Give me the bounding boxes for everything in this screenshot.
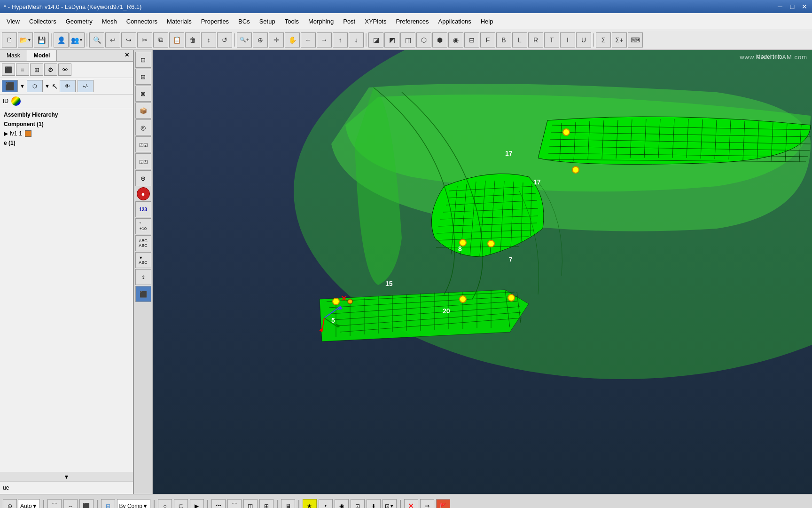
- toolbar-sum[interactable]: Σ: [596, 32, 611, 48]
- toolbar-save[interactable]: 💾: [34, 32, 49, 48]
- toolbar-rotate[interactable]: ↺: [217, 32, 232, 48]
- toolbar-move[interactable]: ↕: [201, 32, 216, 48]
- bt-group-btn[interactable]: ⊡▼: [383, 499, 397, 508]
- bt-comp[interactable]: ⊡: [351, 499, 365, 508]
- menu-applications[interactable]: Applications: [434, 13, 476, 30]
- toolbar-select[interactable]: 🔍: [89, 32, 104, 48]
- menu-connectors[interactable]: Connectors: [122, 13, 162, 30]
- bt-arrow3[interactable]: ⇒: [420, 499, 434, 508]
- bt-cube2[interactable]: ⬡: [174, 499, 188, 508]
- bt-dot2[interactable]: ◉: [335, 499, 349, 508]
- node-5[interactable]: [460, 296, 466, 302]
- toolbar-redo[interactable]: ↪: [121, 32, 136, 48]
- toolbar-view-left[interactable]: L: [512, 32, 527, 48]
- by-comp-icon[interactable]: ⊟: [101, 499, 115, 508]
- tree-item-lv1[interactable]: ▶ lv1 1: [2, 129, 131, 138]
- menu-help[interactable]: Help: [476, 13, 498, 30]
- toolbar-left[interactable]: ←: [301, 32, 316, 48]
- toolbar-export[interactable]: 👥▼: [70, 32, 85, 48]
- toolbar-cut[interactable]: ✂: [137, 32, 152, 48]
- sidebar-icon-check[interactable]: ⊠: [135, 86, 151, 102]
- sidebar-icon-active[interactable]: ⬛: [135, 286, 151, 302]
- bt-sphere[interactable]: ○: [158, 499, 172, 508]
- tab-mask[interactable]: Mask: [0, 50, 27, 61]
- tab-model[interactable]: Model: [27, 50, 57, 61]
- view-btn-select[interactable]: ⬡: [27, 80, 43, 92]
- sidebar-icon-view1[interactable]: ◰◱: [135, 136, 151, 152]
- viewport-3d[interactable]: 17 17 15 8 7 20 5 ✕: [153, 50, 812, 494]
- panel-tb-tree[interactable]: ⊞: [30, 64, 43, 76]
- sidebar-icon-arrows[interactable]: ⇕: [135, 269, 151, 285]
- toolbar-zoom-all[interactable]: ⊕: [253, 32, 268, 48]
- auto-icon[interactable]: ⊙: [3, 499, 17, 508]
- toolbar-up[interactable]: ↑: [333, 32, 348, 48]
- color-wheel[interactable]: [11, 96, 21, 106]
- node-6[interactable]: [563, 129, 570, 135]
- node-1[interactable]: [333, 298, 339, 305]
- bt-arrow[interactable]: ▶: [190, 499, 204, 508]
- menu-xyplots[interactable]: XYPlots: [360, 13, 391, 30]
- toolbar-view-front[interactable]: F: [480, 32, 495, 48]
- menu-mesh[interactable]: Mesh: [97, 13, 122, 30]
- toolbar-new[interactable]: 🗋: [2, 32, 17, 48]
- toolbar-view-right[interactable]: R: [528, 32, 543, 48]
- menu-collectors[interactable]: Collectors: [24, 13, 61, 30]
- view-btn-cube[interactable]: ⬛: [2, 80, 18, 92]
- toolbar-open[interactable]: 📂▼: [18, 32, 33, 48]
- viewport[interactable]: www.BANDICAM.com Model Info:: [153, 50, 812, 494]
- sidebar-icon-123[interactable]: 123: [135, 201, 151, 217]
- sidebar-icon-mesh[interactable]: ⊞: [135, 69, 151, 85]
- sidebar-icon-abc2[interactable]: ▼ABC: [135, 252, 151, 268]
- toolbar-view-back[interactable]: B: [496, 32, 511, 48]
- bt-surface2[interactable]: ⌣: [63, 499, 78, 508]
- toolbar-view-user[interactable]: U: [576, 32, 591, 48]
- panel-tb-cube[interactable]: ⬛: [2, 64, 15, 76]
- node-4[interactable]: [508, 294, 515, 301]
- toolbar-shade2[interactable]: ◩: [384, 32, 399, 48]
- menu-setup[interactable]: Setup: [255, 13, 280, 30]
- panel-tb-list[interactable]: ≡: [16, 64, 29, 76]
- menu-preferences[interactable]: Preferences: [391, 13, 433, 30]
- view-btn-eye[interactable]: 👁: [60, 80, 76, 92]
- sidebar-icon-num2[interactable]: °+10: [135, 218, 151, 234]
- toolbar-paste[interactable]: 📋: [169, 32, 184, 48]
- toolbar-view-top[interactable]: T: [544, 32, 559, 48]
- toolbar-delete[interactable]: 🗑: [185, 32, 200, 48]
- panel-scroll[interactable]: ▼: [0, 472, 133, 481]
- bt-arrow2[interactable]: ⬇: [367, 499, 381, 508]
- sidebar-icon-select[interactable]: ⊡: [135, 52, 151, 68]
- toolbar-shade4[interactable]: ⬡: [416, 32, 431, 48]
- bt-shape2[interactable]: ⊞: [259, 499, 273, 508]
- toolbar-shade3[interactable]: ◫: [400, 32, 415, 48]
- menu-view[interactable]: View: [2, 13, 24, 30]
- auto-dropdown[interactable]: Auto ▼: [18, 499, 40, 508]
- toolbar-shade1[interactable]: ◪: [368, 32, 383, 48]
- bt-flag[interactable]: 🚩: [436, 499, 450, 508]
- toolbar-pan[interactable]: ✋: [285, 32, 300, 48]
- bt-shape[interactable]: ◫: [243, 499, 258, 508]
- toolbar-down[interactable]: ↓: [349, 32, 364, 48]
- node-7[interactable]: [572, 167, 579, 173]
- toolbar-sum2[interactable]: Σ+: [612, 32, 627, 48]
- menu-properties[interactable]: Properties: [196, 13, 234, 30]
- toolbar-right[interactable]: →: [317, 32, 332, 48]
- toolbar-shade6[interactable]: ◉: [448, 32, 463, 48]
- bt-surface1[interactable]: ⌒: [47, 499, 62, 508]
- menu-bcs[interactable]: BCs: [234, 13, 255, 30]
- sidebar-icon-red[interactable]: ●: [137, 187, 150, 200]
- bt-wave2[interactable]: ⌒: [227, 499, 242, 508]
- sidebar-icon-query[interactable]: ⊕: [135, 170, 151, 186]
- bt-wave1[interactable]: 〜: [211, 499, 226, 508]
- toolbar-undo[interactable]: ↩: [105, 32, 120, 48]
- menu-morphing[interactable]: Morphing: [304, 13, 338, 30]
- menu-materials[interactable]: Materials: [162, 13, 196, 30]
- bt-dot1[interactable]: •: [319, 499, 333, 508]
- toolbar-import[interactable]: 👤: [54, 32, 69, 48]
- menu-post[interactable]: Post: [338, 13, 360, 30]
- toolbar-copy[interactable]: ⧉: [153, 32, 168, 48]
- toolbar-calc[interactable]: ⌨: [628, 32, 643, 48]
- panel-tb-config[interactable]: ⚙: [44, 64, 57, 76]
- sidebar-icon-hide[interactable]: ◎: [135, 119, 151, 135]
- close-button[interactable]: ✕: [799, 2, 810, 11]
- menu-tools[interactable]: Tools: [280, 13, 304, 30]
